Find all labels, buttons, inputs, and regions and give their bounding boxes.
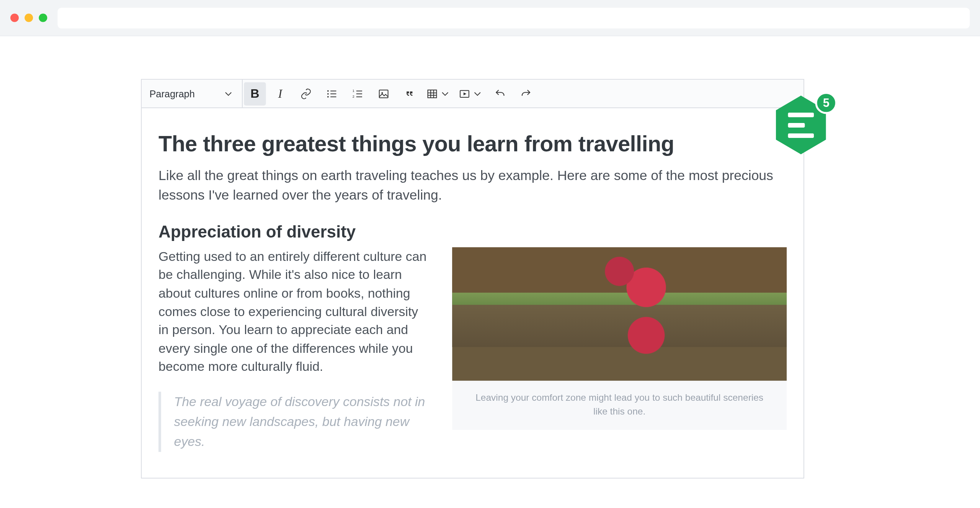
chevron-down-icon xyxy=(222,88,234,99)
blockquote-icon xyxy=(404,88,415,99)
bulleted-list-button[interactable] xyxy=(319,79,345,108)
link-icon xyxy=(300,88,312,99)
link-button[interactable] xyxy=(293,79,319,108)
insert-image-button[interactable] xyxy=(371,79,397,108)
svg-point-0 xyxy=(327,90,329,92)
blockquote-button[interactable] xyxy=(397,79,423,108)
undo-button[interactable] xyxy=(487,79,513,108)
app-logo-icon xyxy=(788,113,814,138)
figure-image[interactable] xyxy=(452,247,787,380)
bulleted-list-icon xyxy=(326,88,338,99)
document-title[interactable]: The three greatest things you learn from… xyxy=(158,131,787,157)
block-style-select[interactable]: Paragraph xyxy=(142,80,243,108)
window-controls xyxy=(10,13,47,22)
svg-marker-19 xyxy=(464,92,467,95)
editor-toolbar: Paragraph B I xyxy=(142,80,804,108)
insert-table-button[interactable] xyxy=(423,79,455,108)
svg-text:2: 2 xyxy=(353,94,354,98)
svg-text:1: 1 xyxy=(353,88,354,92)
table-icon xyxy=(426,88,438,99)
chevron-down-icon xyxy=(472,88,483,99)
image-icon xyxy=(378,88,389,99)
italic-icon: I xyxy=(278,87,282,101)
figure[interactable]: Leaving your comfort zone might lead you… xyxy=(452,247,787,430)
svg-rect-11 xyxy=(379,90,388,97)
address-bar[interactable] xyxy=(57,7,970,28)
numbered-list-icon: 1 2 xyxy=(352,88,363,99)
chevron-down-icon xyxy=(439,88,451,99)
svg-point-2 xyxy=(327,93,329,94)
media-icon xyxy=(459,88,470,99)
rich-text-editor: Paragraph B I xyxy=(141,79,804,478)
figure-caption[interactable]: Leaving your comfort zone might lead you… xyxy=(452,381,787,418)
svg-point-4 xyxy=(327,96,329,97)
notification-badge[interactable]: 5 xyxy=(774,94,828,156)
undo-icon xyxy=(494,88,506,99)
bold-button[interactable]: B xyxy=(244,82,266,105)
lead-paragraph[interactable]: Like all the great things on earth trave… xyxy=(158,166,787,205)
toolbar-buttons: B I xyxy=(243,80,539,108)
block-style-label: Paragraph xyxy=(149,88,194,99)
blockquote[interactable]: The real voyage of discovery consists no… xyxy=(158,392,430,452)
window-minimize-button[interactable] xyxy=(24,13,33,22)
redo-icon xyxy=(520,88,532,99)
editor-content[interactable]: The three greatest things you learn from… xyxy=(142,108,804,477)
window-close-button[interactable] xyxy=(10,13,19,22)
body-paragraph[interactable]: Getting used to an entirely different cu… xyxy=(158,247,430,376)
insert-media-button[interactable] xyxy=(455,79,487,108)
italic-button[interactable]: I xyxy=(267,79,293,108)
svg-rect-13 xyxy=(428,90,437,97)
notification-count: 5 xyxy=(815,92,837,114)
redo-button[interactable] xyxy=(513,79,539,108)
bold-icon: B xyxy=(250,87,259,101)
numbered-list-button[interactable]: 1 2 xyxy=(345,79,371,108)
section-heading[interactable]: Appreciation of diversity xyxy=(158,222,787,242)
window-maximize-button[interactable] xyxy=(39,13,47,22)
browser-title-bar xyxy=(0,0,980,36)
page-canvas: Paragraph B I xyxy=(0,36,980,508)
